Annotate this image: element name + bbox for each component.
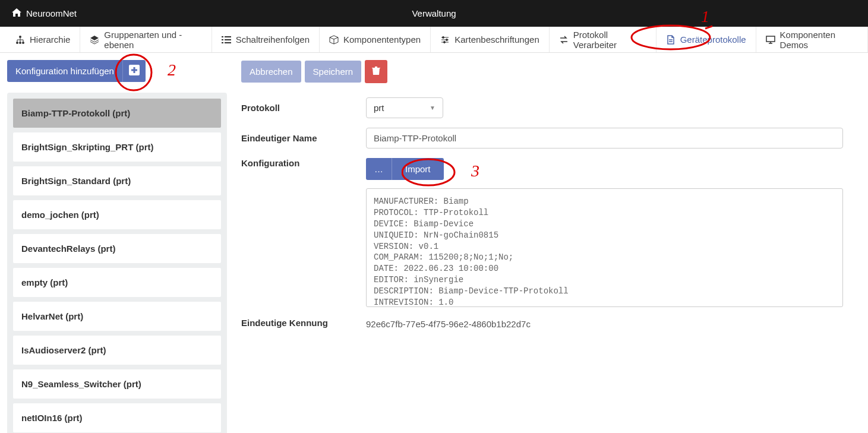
protokoll-value: prt [374,103,384,113]
protokoll-label: Protokoll [241,103,366,113]
svg-rect-8 [222,42,223,43]
config-textarea[interactable]: MANUFACTURER: Biamp PROTOCOL: TTP-Protok… [366,188,843,307]
svg-point-0 [19,36,21,38]
config-list-panel: Konfiguration hinzufügen Biamp-TTP-Proto… [7,60,227,433]
main-content: Konfiguration hinzufügen Biamp-TTP-Proto… [0,53,868,433]
config-item[interactable]: N9_Seamless_Switcher (prt) [13,369,221,399]
add-config-label: Konfiguration hinzufügen [15,66,114,76]
config-item-label: N9_Seamless_Switcher (prt) [21,379,141,389]
config-item[interactable]: demo_jochen (prt) [13,200,221,229]
config-item[interactable]: HelvarNet (prt) [13,302,221,331]
svg-point-12 [444,41,446,43]
cancel-label: Abbrechen [250,67,293,77]
home-icon [12,8,21,18]
config-item[interactable]: BrightSign_Standard (prt) [13,166,221,195]
config-item-label: Biamp-TTP-Protokoll (prt) [21,108,130,118]
import-label: Import [405,164,431,174]
nav-label: Komponententypen [343,34,421,45]
svg-point-2 [19,42,21,44]
detail-panel: Abbrechen Speichern Protokoll prt ▼ Eind… [241,60,861,433]
name-label: Eindeutiger Name [241,133,366,143]
svg-rect-13 [766,36,775,42]
add-config-button[interactable]: Konfiguration hinzufügen [7,60,122,82]
ellipsis-label: … [374,164,383,174]
svg-rect-4 [222,36,223,37]
import-button[interactable]: Import [392,158,444,180]
config-item-label: empty (prt) [21,277,68,287]
page-title: Verwaltung [412,8,456,18]
save-label: Speichern [313,67,353,77]
ellipsis-button[interactable]: … [366,158,392,180]
nav-hierarchie[interactable]: Hierarchie [6,27,80,52]
uuid-label: Eindeutige Kennung [241,318,366,328]
svg-point-11 [446,39,448,40]
nav-label: Gruppenarten und -ebenen [104,30,201,50]
hierarchy-icon [15,35,25,45]
brand[interactable]: NeuroomNet [12,8,77,18]
topbar: NeuroomNet Verwaltung [0,0,868,27]
nav-kartenbeschriftungen[interactable]: Kartenbeschriftungen [431,27,550,52]
cancel-button[interactable]: Abbrechen [241,61,301,83]
nav-gruppenarten[interactable]: Gruppenarten und -ebenen [80,27,212,52]
config-item[interactable]: empty (prt) [13,268,221,297]
nav-label: Geräteprotokolle [680,34,746,45]
swap-icon [559,35,569,45]
nav-label: Komponenten Demos [780,30,858,50]
svg-point-10 [443,36,444,38]
config-item[interactable]: netIOIn16 (prt) [13,403,221,432]
svg-rect-5 [225,36,231,37]
config-item-label: DevantechRelays (prt) [21,244,115,254]
nav-komponententypen[interactable]: Komponententypen [320,27,431,52]
nav-komponenten-demos[interactable]: Komponenten Demos [756,27,868,52]
nav-label: Protokoll Verarbeiter [573,30,646,50]
nav-protokoll-verarbeiter[interactable]: Protokoll Verarbeiter [550,27,656,52]
uuid-value: 92e6c7fb-77e5-4f75-96e2-4860b1b22d7c [366,317,843,329]
config-item-label: demo_jochen (prt) [21,210,99,220]
box-icon [329,35,339,45]
svg-point-1 [16,42,18,44]
plus-icon [129,65,140,77]
config-item-label: HelvarNet (prt) [21,311,83,321]
brand-label: NeuroomNet [26,8,77,18]
delete-button[interactable] [365,60,387,83]
name-input[interactable] [366,128,843,148]
config-item-label: IsAudioserver2 (prt) [21,345,106,355]
svg-rect-7 [225,39,231,40]
sliders-icon [440,35,450,45]
config-item-label: BrightSign_Skripting_PRT (prt) [21,142,154,152]
monitor-icon [766,35,775,45]
trash-icon [372,66,380,77]
config-item[interactable]: IsAudioserver2 (prt) [13,336,221,365]
config-item-label: netIOIn16 (prt) [21,413,83,423]
svg-rect-6 [222,39,223,40]
svg-point-3 [22,42,24,44]
add-config-plus-button[interactable] [122,60,146,82]
save-button[interactable]: Speichern [305,61,362,83]
konfig-label: Konfiguration [241,158,366,168]
nav-label: Kartenbeschriftungen [454,34,539,45]
nav-label: Hierarchie [30,34,70,45]
svg-rect-9 [225,42,231,43]
nav-tabs: Hierarchie Gruppenarten und -ebenen Scha… [0,27,868,53]
config-item[interactable]: BrightSign_Skripting_PRT (prt) [13,132,221,162]
config-item[interactable]: DevantechRelays (prt) [13,234,221,263]
layers-icon [90,35,99,45]
list-icon [222,35,231,45]
chevron-down-icon: ▼ [430,105,435,111]
file-icon [666,35,676,45]
config-item-label: BrightSign_Standard (prt) [21,176,131,186]
protokoll-select[interactable]: prt ▼ [366,97,443,118]
nav-schaltreihenfolgen[interactable]: Schaltreihenfolgen [212,27,320,52]
config-item[interactable]: Biamp-TTP-Protokoll (prt) [13,99,221,128]
nav-geraeteprotokolle[interactable]: Geräteprotokolle [656,27,756,52]
nav-label: Schaltreihenfolgen [236,34,310,45]
config-list: Biamp-TTP-Protokoll (prt) BrightSign_Skr… [7,93,227,433]
